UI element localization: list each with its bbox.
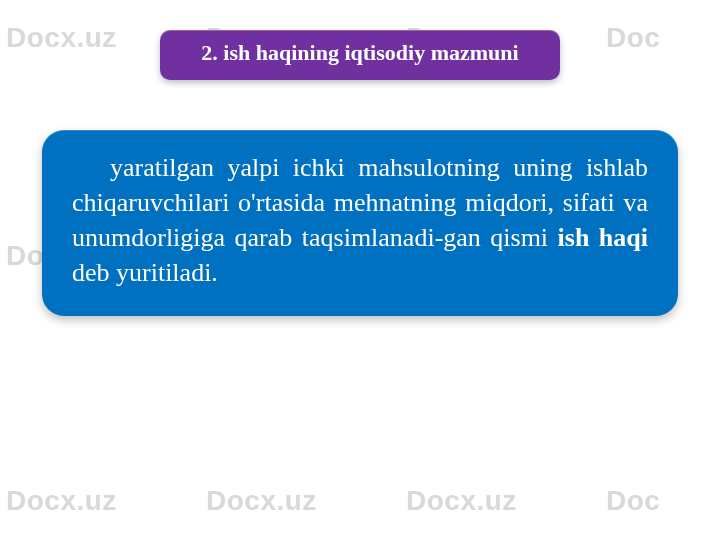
body-text-bold: ish haqi xyxy=(558,223,648,252)
slide-content: 2. ish haqining iqtisodiy mazmuni yarati… xyxy=(0,0,720,540)
body-text-post: deb yuritiladi. xyxy=(72,258,218,287)
slide-body: yaratilgan yalpi ichki mahsulotning unin… xyxy=(42,130,678,316)
slide-title: 2. ish haqining iqtisodiy mazmuni xyxy=(160,30,560,80)
title-container: 2. ish haqining iqtisodiy mazmuni xyxy=(42,30,678,80)
